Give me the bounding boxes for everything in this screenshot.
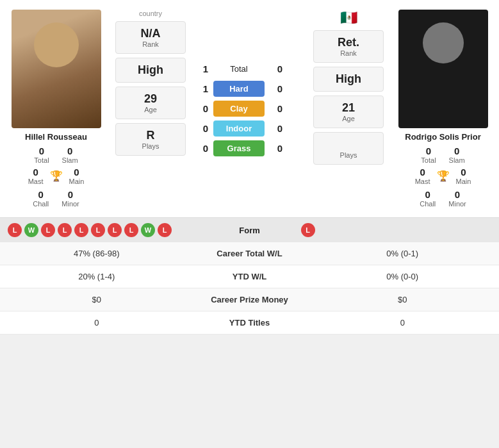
score-clay-left: 0: [195, 103, 208, 114]
player-name-left: Hillel Rousseau: [25, 132, 87, 142]
main-container: Hillel Rousseau 0 Total 0 Slam 0 Mast 🏆: [0, 0, 499, 335]
player-mast-left: 0 Mast: [28, 167, 44, 185]
stats-left-val-0: 47% (86-98): [8, 249, 186, 258]
center-high-value: High: [119, 63, 183, 77]
player-slam-left: 0 Slam: [62, 145, 78, 164]
center-plays-value: R: [119, 129, 183, 142]
score-clay-right: 0: [270, 103, 282, 114]
form-badge-left-l: L: [41, 223, 55, 237]
score-hard-left: 1: [195, 83, 208, 94]
center-rank-label: Rank: [119, 40, 183, 48]
right-rank-value: Ret.: [316, 36, 380, 49]
trophy-icon-left: 🏆: [50, 170, 63, 182]
stats-row-3: 0YTD Titles0: [0, 311, 499, 335]
score-grass-right: 0: [270, 143, 282, 154]
stats-center-label-0: Career Total W/L: [186, 249, 314, 258]
center-high-box: High: [115, 58, 186, 83]
stats-row-0: 47% (86-98)Career Total W/L0% (0-1): [0, 242, 499, 265]
center-panel: country N/A Rank High 29 Age R Plays: [112, 6, 189, 211]
right-panel: 🇲🇽 Ret. Rank High 21 Age Plays: [310, 6, 387, 211]
form-badge-left-l: L: [108, 223, 122, 237]
player-photo-right: [398, 10, 488, 128]
stats-row-2: $0Career Prize Money$0: [0, 288, 499, 311]
center-country: country: [139, 10, 162, 17]
career-stats-section: 47% (86-98)Career Total W/L0% (0-1)20% (…: [0, 242, 499, 335]
form-badge-left-w: W: [24, 223, 38, 237]
form-badge-right-l: L: [301, 223, 315, 237]
form-badge-left-l: L: [158, 223, 172, 237]
surface-btn-grass[interactable]: Grass: [213, 140, 265, 156]
surface-label-total: Total: [213, 61, 265, 77]
player-stats-right: 0 Total 0 Slam: [421, 145, 464, 164]
center-plays-box: R Plays: [115, 123, 186, 156]
form-label: Form: [199, 226, 301, 235]
trophy-icon-right: 🏆: [437, 170, 450, 182]
score-total-left: 1: [195, 63, 208, 74]
center-age-label: Age: [119, 106, 183, 113]
player-stats-chall-left: 0 Chall 0 Minor: [33, 189, 79, 208]
country-flag-left: country: [139, 10, 162, 17]
center-rank-value: N/A: [119, 27, 183, 40]
player-name-right: Rodrigo Solis Prior: [405, 132, 480, 142]
player-main-right: 0 Main: [456, 167, 471, 185]
right-rank-label: Rank: [316, 49, 380, 57]
score-row-indoor: 0 Indoor 0: [195, 120, 304, 137]
surface-btn-clay[interactable]: Clay: [213, 101, 265, 117]
right-plays-value: [316, 138, 380, 151]
player-slam-right: 0 Slam: [449, 145, 465, 164]
surface-btn-indoor[interactable]: Indoor: [213, 120, 265, 137]
form-section: LWLLLLLLWL Form L: [0, 218, 499, 242]
player-stats-row2-left: 0 Mast 🏆 0 Main: [28, 167, 85, 185]
player-chall-left: 0 Chall: [33, 189, 49, 208]
form-badge-left-l: L: [58, 223, 72, 237]
stats-left-val-2: $0: [8, 295, 186, 304]
right-high-value: High: [316, 72, 380, 86]
form-badge-left-l: L: [8, 223, 22, 237]
stats-row-1: 20% (1-4)YTD W/L0% (0-0): [0, 265, 499, 288]
player-total-right: 0 Total: [421, 145, 436, 164]
stats-left-val-3: 0: [8, 318, 186, 328]
score-total-right: 0: [270, 63, 282, 74]
stats-center-label-1: YTD W/L: [186, 272, 314, 281]
player-photo-left: [12, 10, 101, 128]
player-stats-left: 0 Total 0 Slam: [34, 145, 78, 164]
center-age-box: 29 Age: [115, 87, 186, 119]
stats-left-val-1: 20% (1-4): [8, 272, 186, 281]
form-badges-left: LWLLLLLLWL: [8, 223, 199, 237]
right-age-box: 21 Age: [313, 95, 384, 128]
scores-section: 1 Total 0 1 Hard 0 0 Clay 0 0 Indoor 0: [189, 6, 310, 211]
player-stats-row2-right: 0 Mast 🏆 0 Main: [415, 167, 471, 185]
center-age-value: 29: [119, 92, 183, 106]
center-rank-box: N/A Rank: [115, 21, 186, 54]
score-row-hard: 1 Hard 0: [195, 81, 304, 97]
stats-right-val-0: 0% (0-1): [314, 249, 492, 258]
top-section: Hillel Rousseau 0 Total 0 Slam 0 Mast 🏆: [0, 0, 499, 218]
score-row-grass: 0 Grass 0: [195, 140, 304, 156]
score-indoor-right: 0: [270, 123, 282, 134]
player-stats-chall-right: 0 Chall 0 Minor: [420, 189, 466, 208]
right-high-box: High: [313, 67, 384, 92]
player-minor-left: 0 Minor: [61, 189, 79, 208]
surface-btn-hard[interactable]: Hard: [213, 81, 265, 97]
player-total-left: 0 Total: [34, 145, 49, 164]
player-minor-right: 0 Minor: [448, 189, 466, 208]
score-grass-left: 0: [195, 143, 208, 154]
player-main-left: 0 Main: [69, 167, 85, 185]
right-plays-label: Plays: [316, 151, 380, 159]
form-badge-left-l: L: [74, 223, 88, 237]
score-row-clay: 0 Clay 0: [195, 101, 304, 117]
stats-right-val-1: 0% (0-0): [314, 272, 492, 281]
player-mast-right: 0 Mast: [415, 167, 430, 185]
player-chall-right: 0 Chall: [420, 189, 436, 208]
form-badge-left-l: L: [91, 223, 105, 237]
player-left: Hillel Rousseau 0 Total 0 Slam 0 Mast 🏆: [0, 6, 112, 211]
right-age-label: Age: [316, 115, 380, 122]
center-plays-label: Plays: [119, 142, 183, 150]
right-plays-box: Plays: [313, 132, 384, 165]
form-badges-right: L: [301, 223, 492, 237]
right-rank-box: Ret. Rank: [313, 30, 384, 63]
score-indoor-left: 0: [195, 123, 208, 134]
player-right: Rodrigo Solis Prior 0 Total 0 Slam 0 Mas…: [387, 6, 499, 211]
flag-mx: 🇲🇽: [340, 10, 357, 26]
form-badge-left-w: W: [141, 223, 155, 237]
